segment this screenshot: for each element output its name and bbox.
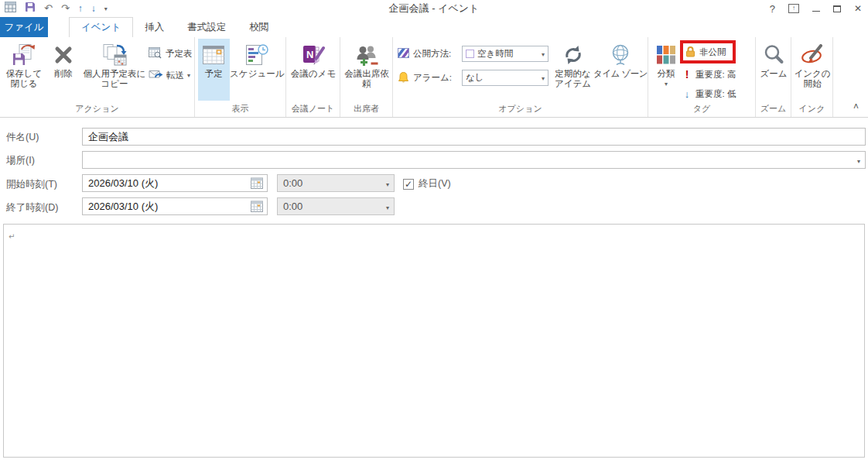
- meeting-notes-button[interactable]: N 会議のメモ: [288, 39, 339, 101]
- actions-small-column: 予定表 転送 ▾: [149, 39, 193, 81]
- minimize-icon[interactable]: [812, 11, 820, 12]
- help-icon[interactable]: ?: [770, 3, 775, 15]
- paragraph-mark-icon: ↵: [9, 232, 15, 241]
- maximize-icon[interactable]: [833, 5, 841, 12]
- start-inking-button[interactable]: インクの開始: [793, 39, 832, 101]
- title-bar: ↶ ↷ ↑ ↓ ▾ 企画会議 - イベント ? ↑ ✕: [0, 0, 868, 17]
- tab-review[interactable]: 校閲: [238, 17, 280, 37]
- meeting-notes-label: 会議のメモ: [291, 69, 336, 79]
- group-label-meeting-notes: 会議ノート: [286, 103, 340, 117]
- group-meeting-notes: N 会議のメモ 会議ノート: [286, 37, 340, 117]
- delete-label: 削除: [55, 69, 73, 79]
- options-rows: 公開方法: 空き時間 ▾ アラーム: なし ▾: [395, 39, 552, 86]
- calendar-label: 予定表: [166, 48, 193, 60]
- group-ink: インクの開始 インク: [791, 37, 833, 117]
- zoom-label: ズーム: [760, 69, 787, 79]
- delete-button[interactable]: 削除: [46, 39, 80, 101]
- start-inking-label: インクの開始: [793, 69, 832, 89]
- ribbon-display-options-icon[interactable]: ↑: [788, 4, 799, 13]
- end-time-label: 終了時刻(D): [6, 201, 58, 214]
- appointment-label: 予定: [205, 69, 223, 79]
- end-date-picker-icon[interactable]: [251, 201, 264, 215]
- show-as-dropdown-icon[interactable]: ▾: [542, 51, 545, 58]
- close-icon[interactable]: ✕: [854, 3, 862, 14]
- recurrence-button[interactable]: 定期的なアイテム: [552, 39, 594, 101]
- start-date-picker-icon[interactable]: [251, 177, 264, 192]
- schedule-button[interactable]: スケジュール: [230, 39, 285, 101]
- tab-file[interactable]: ファイル: [0, 17, 48, 37]
- timezones-button[interactable]: タイム ゾーン: [594, 39, 647, 101]
- save-close-label: 保存して閉じる: [2, 69, 46, 89]
- categorize-icon: [656, 41, 676, 69]
- end-date-input[interactable]: 2026/03/10 (火): [82, 197, 268, 215]
- recurrence-icon: [562, 41, 585, 69]
- save-close-button[interactable]: 保存して閉じる: [2, 39, 46, 101]
- onenote-icon: N: [302, 41, 325, 69]
- svg-text:N: N: [306, 49, 313, 60]
- categorize-dropdown-icon[interactable]: ▾: [665, 79, 668, 89]
- all-day-checkmark-icon: ✓: [403, 179, 414, 190]
- group-show: 予定 スケジュール 表示: [195, 37, 286, 117]
- all-day-label: 終日(V): [419, 177, 451, 190]
- copy-to-personal-calendar-label: 個人用予定表にコピー: [80, 69, 149, 89]
- zoom-button[interactable]: ズーム: [757, 39, 790, 101]
- start-date-input[interactable]: 2026/03/10 (火): [82, 174, 268, 192]
- group-label-options: オプション: [393, 103, 648, 117]
- tags-column: 非公開 ! 重要度: 高 ↓ 重要度: 低: [682, 39, 736, 102]
- group-actions: 保存して閉じる 削除 個人用予定表にコピー 予定表 転送 ▾: [0, 37, 195, 117]
- end-time-value: 0:00: [283, 201, 302, 212]
- ribbon: 保存して閉じる 削除 個人用予定表にコピー 予定表 転送 ▾: [0, 37, 868, 118]
- low-importance-label: 重要度: 低: [695, 88, 736, 100]
- subject-input[interactable]: 企画会議: [82, 128, 866, 146]
- group-options: 公開方法: 空き時間 ▾ アラーム: なし ▾: [393, 37, 648, 117]
- subject-value: 企画会議: [88, 130, 128, 144]
- low-importance-button[interactable]: ↓ 重要度: 低: [682, 85, 736, 102]
- forward-icon: [149, 69, 163, 81]
- window-controls: ? ↑ ✕: [770, 0, 862, 17]
- collapse-ribbon-icon[interactable]: ˄: [853, 101, 859, 112]
- appointment-button[interactable]: 予定: [198, 39, 230, 101]
- group-tags: 分類 ▾ 非公開 ! 重要度: 高 ↓ 重要度: 低: [648, 37, 756, 117]
- free-status-icon: [466, 50, 474, 58]
- tab-insert[interactable]: 挿入: [133, 17, 176, 37]
- categorize-button[interactable]: 分類 ▾: [651, 39, 681, 101]
- end-time-dropdown-icon[interactable]: ▾: [386, 204, 389, 211]
- end-time-combobox[interactable]: 0:00 ▾: [277, 197, 395, 215]
- low-importance-icon: ↓: [682, 88, 692, 100]
- reminder-combobox[interactable]: なし ▾: [462, 70, 548, 86]
- forward-dropdown-icon[interactable]: ▾: [187, 72, 190, 79]
- group-label-ink: インク: [791, 103, 832, 117]
- private-button[interactable]: 非公開: [685, 43, 726, 60]
- start-time-combobox[interactable]: 0:00 ▾: [277, 174, 395, 192]
- tab-event[interactable]: イベント: [69, 17, 133, 37]
- location-dropdown-icon[interactable]: ▾: [857, 158, 860, 165]
- copy-to-personal-calendar-button[interactable]: 個人用予定表にコピー: [80, 39, 149, 101]
- reminder-dropdown-icon[interactable]: ▾: [542, 75, 545, 82]
- group-label-actions: アクション: [0, 103, 194, 117]
- window-title: 企画会議 - イベント: [0, 0, 868, 17]
- ribbon-collapse-area: ˄: [833, 37, 868, 117]
- start-time-label: 開始時刻(T): [6, 178, 57, 191]
- location-input[interactable]: ▾: [82, 151, 866, 169]
- all-day-checkbox[interactable]: ✓ 終日(V): [403, 177, 451, 190]
- notes-body-editor[interactable]: ↵: [3, 224, 865, 458]
- invite-attendees-label: 会議出席依頼: [342, 69, 391, 89]
- invite-attendees-button[interactable]: 会議出席依頼: [342, 39, 391, 101]
- location-label: 場所(I): [6, 154, 35, 167]
- reminder-label: アラーム:: [413, 72, 458, 84]
- subject-label: 件名(U): [6, 131, 39, 144]
- start-time-dropdown-icon[interactable]: ▾: [386, 181, 389, 188]
- annotation-highlight-box: 非公開: [680, 40, 736, 63]
- high-importance-button[interactable]: ! 重要度: 高: [682, 66, 736, 83]
- magnifier-icon: [763, 41, 784, 69]
- lock-icon: [685, 46, 695, 59]
- save-close-icon: [12, 41, 36, 69]
- calendar-button[interactable]: 予定表: [149, 46, 193, 60]
- start-time-value: 0:00: [283, 177, 302, 189]
- globe-icon: [610, 41, 631, 69]
- forward-label: 転送: [166, 70, 184, 81]
- reminder-row: アラーム: なし ▾: [398, 70, 548, 86]
- forward-button[interactable]: 転送 ▾: [149, 69, 193, 81]
- show-as-combobox[interactable]: 空き時間 ▾: [462, 46, 548, 62]
- tab-format[interactable]: 書式設定: [176, 17, 238, 37]
